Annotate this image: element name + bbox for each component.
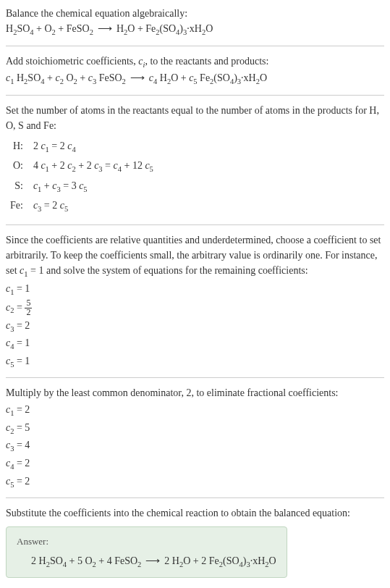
atom-o-label: O: — [10, 157, 32, 176]
arrow: ⟶ — [93, 23, 116, 34]
c1-val: c1 = 1 — [6, 281, 384, 298]
arbitrary-text: Since the coefficients are relative quan… — [6, 232, 384, 280]
step-add-coefficients: Add stoichiometric coefficients, ci, to … — [6, 54, 384, 88]
sub-4b: 4 — [176, 28, 179, 36]
balance-text: Balance the chemical equation algebraica… — [6, 6, 384, 21]
c3-final: c3 = 4 — [6, 437, 384, 455]
c1-sub: 1 — [10, 77, 14, 85]
atom-s-label: S: — [10, 177, 32, 196]
sub-2: 2 — [13, 28, 17, 36]
coeff-list-2: c1 = 2 c2 = 5 c3 = 4 c4 = 2 c5 = 2 — [6, 402, 384, 490]
coeff-equation: c1 H2SO4 + c2 O2 + c3 FeSO2⟶c4 H2O + c5 … — [6, 70, 384, 88]
table-row: Fe: c3 = 2 c5 — [10, 197, 158, 216]
c1-final: c1 = 2 — [6, 402, 384, 419]
table-row: H: 2 c1 = 2 c4 — [10, 138, 158, 156]
plus3: + — [135, 23, 145, 34]
step-multiply-lcd: Multiply by the least common denominator… — [6, 385, 384, 490]
table-row: S: c1 + c3 = 3 c5 — [10, 177, 158, 196]
coeff-intro-b: , to the reactants and products: — [145, 56, 268, 67]
divider-5 — [6, 497, 384, 498]
substitute-text: Substitute the coefficients into the che… — [6, 505, 384, 521]
set-atoms-text: Set the number of atoms in the reactants… — [6, 103, 384, 133]
c5-final: c5 = 2 — [6, 474, 384, 491]
atom-o-eq: 4 c1 + 2 c2 + 2 c3 = c4 + 12 c5 — [33, 157, 158, 176]
c2-val: c2 = 52 — [6, 299, 384, 317]
divider-1 — [6, 46, 384, 46]
frac-den: 2 — [25, 308, 32, 317]
sub-2f: 2 — [202, 28, 205, 36]
step-solve-arbitrary: Since the coefficients are relative quan… — [6, 232, 384, 371]
atom-fe-label: Fe: — [10, 197, 32, 216]
atom-h-eq: 2 c1 = 2 c4 — [33, 138, 158, 156]
step-balance-intro: Balance the chemical equation algebraica… — [6, 6, 384, 38]
table-row: O: 4 c1 + 2 c2 + 2 c3 = c4 + 12 c5 — [10, 157, 158, 176]
coeff-intro-a: Add stoichiometric coefficients, — [6, 56, 138, 67]
atom-s-eq: c1 + c3 = 3 c5 — [33, 177, 158, 196]
plus: + — [34, 23, 45, 34]
answer-label: Answer: — [17, 534, 276, 549]
plus2: + — [56, 23, 67, 34]
c3-val: c3 = 2 — [6, 318, 384, 335]
balanced-equation: 2 H2SO4 + 5 O2 + 4 FeSO2⟶2 H2O + 2 Fe2(S… — [17, 553, 276, 571]
step-set-atoms: Set the number of atoms in the reactants… — [6, 103, 384, 217]
c4-final: c4 = 2 — [6, 455, 384, 473]
atom-h-label: H: — [10, 138, 32, 156]
lcd-text: Multiply by the least common denominator… — [6, 385, 384, 400]
divider-2 — [6, 95, 384, 96]
c4-val: c4 = 1 — [6, 335, 384, 353]
add-coeff-text: Add stoichiometric coefficients, ci, to … — [6, 54, 384, 71]
step-substitute: Substitute the coefficients into the che… — [6, 505, 384, 578]
c5-val: c5 = 1 — [6, 353, 384, 371]
atom-fe-eq: c3 = 2 c5 — [33, 197, 158, 216]
sub-2d: 2 — [124, 28, 127, 36]
sub-3: 3 — [183, 28, 187, 36]
divider-3 — [6, 224, 384, 225]
sub-2e: 2 — [156, 28, 159, 36]
answer-box: Answer: 2 H2SO4 + 5 O2 + 4 FeSO2⟶2 H2O +… — [6, 526, 287, 578]
unbalanced-equation: H2SO4 + O2 + FeSO2⟶H2O + Fe2(SO4)3·xH2O — [6, 21, 384, 38]
atom-equations-table: H: 2 c1 = 2 c4 O: 4 c1 + 2 c2 + 2 c3 = c… — [9, 136, 159, 217]
divider-4 — [6, 377, 384, 378]
coeff-list-1: c1 = 1 c2 = 52 c3 = 2 c4 = 1 c5 = 1 — [6, 281, 384, 370]
c2-final: c2 = 5 — [6, 420, 384, 437]
